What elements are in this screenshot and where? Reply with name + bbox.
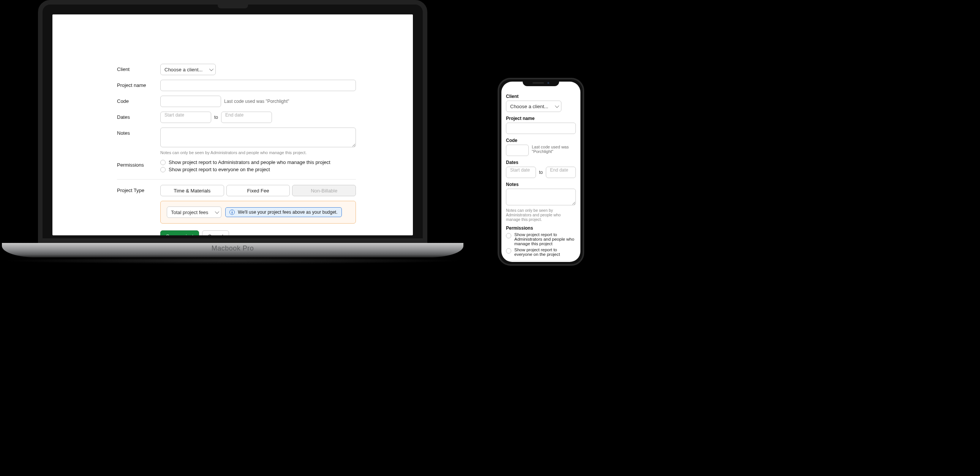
date-separator: to — [539, 170, 543, 175]
end-date-placeholder: End date — [550, 167, 568, 173]
laptop-device: Client Choose a client... Project name — [38, 0, 463, 276]
code-hint: Last code used was "Porchlight" — [532, 144, 576, 154]
permission-option-everyone[interactable]: Show project report to everyone on the p… — [160, 167, 356, 172]
permissions-row: Permissions Show project report to Admin… — [506, 225, 576, 257]
permission-everyone-text: Show project report to everyone on the p… — [169, 167, 270, 172]
laptop-lid: Client Choose a client... Project name — [38, 0, 427, 243]
dates-label: Dates — [117, 112, 160, 120]
dates-row: Dates Start date to End date — [117, 112, 356, 123]
date-separator: to — [214, 115, 218, 120]
project-name-row: Project name — [117, 80, 356, 91]
permissions-label: Permissions — [506, 225, 576, 232]
radio-icon — [506, 233, 511, 238]
laptop-screen: Client Choose a client... Project name — [52, 14, 413, 235]
project-name-label: Project name — [117, 80, 160, 88]
permissions-row: Permissions Show project report to Admin… — [117, 159, 356, 174]
project-form: Client Choose a client... Project name — [52, 14, 413, 235]
start-date-input[interactable]: Start date — [506, 167, 536, 178]
code-label: Code — [506, 138, 576, 144]
client-label: Client — [506, 94, 576, 101]
end-date-input[interactable]: End date — [546, 167, 576, 178]
code-label: Code — [117, 96, 160, 104]
radio-icon — [160, 167, 165, 172]
section-divider — [117, 179, 356, 179]
permissions-label: Permissions — [117, 159, 160, 168]
project-type-row: Project Type Time & Materials Fixed Fee … — [117, 185, 356, 235]
permission-option-admins[interactable]: Show project report to Administrators an… — [506, 232, 576, 246]
client-row: Client Choose a client... — [117, 64, 356, 75]
phone-notch — [523, 79, 559, 86]
notes-helper: Notes can only be seen by Administrators… — [160, 150, 356, 155]
project-name-label: Project name — [506, 116, 576, 122]
client-select-text: Choose a client... — [510, 104, 548, 109]
radio-icon — [506, 248, 511, 254]
info-icon — [229, 209, 235, 215]
budget-select[interactable]: Total project fees — [167, 206, 221, 218]
budget-info-pill: We'll use your project fees above as you… — [225, 207, 342, 217]
project-type-segmented: Time & Materials Fixed Fee Non-Billable — [160, 185, 356, 196]
start-date-input[interactable]: Start date — [160, 112, 211, 123]
client-select-text: Choose a client... — [164, 67, 202, 73]
budget-select-text: Total project fees — [171, 209, 208, 215]
laptop-base: Macbook Pro — [2, 243, 463, 257]
radio-icon — [160, 160, 165, 165]
chevron-down-icon — [209, 67, 213, 71]
laptop-brand-label: Macbook Pro — [2, 244, 463, 252]
chevron-down-icon — [555, 104, 559, 108]
end-date-input[interactable]: End date — [221, 112, 272, 123]
dates-label: Dates — [506, 160, 576, 167]
dates-row: Dates Start date to End date — [506, 160, 576, 178]
budget-info-text: We'll use your project fees above as you… — [238, 209, 337, 215]
start-date-placeholder: Start date — [164, 113, 184, 118]
client-label: Client — [117, 64, 160, 72]
client-select[interactable]: Choose a client... — [506, 101, 562, 112]
phone-device: Client Choose a client... Project name C… — [498, 78, 584, 266]
save-button[interactable]: Save project — [160, 230, 199, 235]
type-fixed-fee[interactable]: Fixed Fee — [226, 185, 290, 196]
permission-admins-text: Show project report to Administrators an… — [169, 159, 331, 165]
laptop-shadow — [2, 257, 463, 264]
type-time-materials[interactable]: Time & Materials — [160, 185, 224, 196]
budget-box: Total project fees We'll use your projec… — [160, 201, 356, 224]
permission-admins-text: Show project report to Administrators an… — [514, 232, 576, 246]
chevron-down-icon — [215, 209, 219, 214]
notes-textarea[interactable] — [506, 189, 576, 205]
client-select[interactable]: Choose a client... — [160, 64, 216, 75]
cancel-button[interactable]: Cancel — [202, 230, 229, 235]
code-row: Code Last code used was "Porchlight" — [117, 96, 356, 107]
section-divider — [506, 260, 576, 261]
notes-label: Notes — [506, 182, 576, 189]
notes-row: Notes Notes can only be seen by Administ… — [506, 182, 576, 222]
code-row: Code Last code used was "Porchlight" — [506, 138, 576, 156]
project-type-label: Project Type — [117, 185, 160, 193]
phone-screen: Client Choose a client... Project name C… — [501, 82, 581, 262]
code-hint: Last code used was "Porchlight" — [224, 99, 289, 104]
permission-option-everyone[interactable]: Show project report to everyone on the p… — [506, 248, 576, 257]
laptop-notch — [218, 5, 248, 8]
project-name-input[interactable] — [160, 80, 356, 91]
form-actions: Save project Cancel — [160, 230, 356, 235]
client-row: Client Choose a client... — [506, 94, 576, 112]
notes-row: Notes Notes can only be seen by Administ… — [117, 127, 356, 155]
start-date-placeholder: Start date — [510, 167, 530, 173]
notes-textarea[interactable] — [160, 127, 356, 147]
notes-label: Notes — [117, 127, 160, 136]
code-input[interactable] — [506, 144, 529, 156]
code-input[interactable] — [160, 96, 221, 107]
permission-option-admins[interactable]: Show project report to Administrators an… — [160, 159, 356, 165]
end-date-placeholder: End date — [225, 113, 243, 118]
project-name-input[interactable] — [506, 122, 576, 134]
type-non-billable[interactable]: Non-Billable — [292, 185, 356, 196]
notes-helper: Notes can only be seen by Administrators… — [506, 208, 576, 222]
phone-body: Client Choose a client... Project name C… — [498, 78, 584, 266]
project-name-row: Project name — [506, 116, 576, 134]
permission-everyone-text: Show project report to everyone on the p… — [514, 248, 576, 257]
